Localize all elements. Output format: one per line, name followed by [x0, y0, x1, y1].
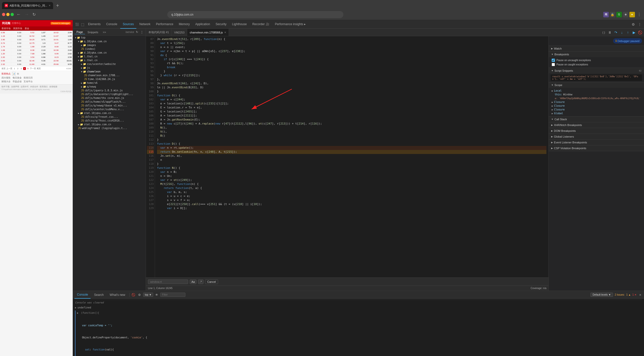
forward-button[interactable]: → — [23, 12, 30, 17]
console-tab-console[interactable]: Console — [74, 291, 91, 299]
tree-item-6[interactable]: ▼📁s.thal.cn — [73, 58, 146, 62]
tree-item-12[interactable]: ▶📁home/v6 — [73, 81, 146, 85]
footer-link-2[interactable]: 法律声明 — [11, 85, 19, 88]
csp-header[interactable]: ▶ CSP Violation Breakpoints — [549, 145, 644, 151]
devtools-tab-perf-insights[interactable]: Performance insights ▸ — [272, 20, 308, 29]
devtools-tab-console[interactable]: Console — [104, 20, 120, 29]
first-page[interactable]: 首页 — [2, 67, 6, 70]
console-filter-input[interactable] — [160, 293, 185, 297]
devtools-inspect-icon[interactable]: ⬚ — [80, 22, 85, 27]
tree-item-1[interactable]: ▼📁q.10jqka.com.cn — [73, 39, 146, 43]
devtools-tab-security[interactable]: Security — [213, 20, 229, 29]
stock-row-5[interactable]: 1.08 0.00 8.36 2.10 10.96 2.00 — [0, 49, 73, 52]
panel-tab-snippets[interactable]: Snippets — [86, 30, 100, 34]
tree-item-7[interactable]: ▶📁css/ucenter/website — [73, 62, 146, 66]
stock-row-7[interactable]: 2.20 0.00 3.50 0.96 8.23 2.56 — [0, 56, 73, 59]
tree-item-14[interactable]: JScb7js/jquery-1.8.3.min.js — [73, 89, 146, 92]
page-5[interactable]: 5 — [27, 67, 29, 70]
elb-header[interactable]: ▶ Event Listener Breakpoints — [549, 140, 644, 145]
ext-icon-1[interactable]: 同 — [603, 12, 609, 17]
pause-uncaught-checkbox[interactable] — [552, 59, 555, 62]
menu-icon[interactable]: ⋮ — [636, 12, 642, 17]
news-4[interactable]: 财报大全 — [2, 80, 11, 83]
next-page[interactable]: 下一页 — [30, 67, 36, 70]
step-out-icon[interactable]: ↑ — [625, 30, 630, 35]
new-tab-button[interactable]: + — [54, 2, 61, 9]
resume-icon[interactable]: ▶ — [631, 30, 636, 35]
tree-item-22[interactable]: JScb7css/q/?hssc.css42016... — [73, 119, 146, 123]
stock-row-2[interactable]: 2.90 0.00 18.25 3.71 10.91 1.65 — [0, 38, 73, 42]
tree-item-10[interactable]: JSchameleon.min.1708... — [73, 73, 146, 77]
panel-tab-page[interactable]: Page — [74, 30, 85, 34]
tree-item-20[interactable]: ▶📁stat.10jqka.com.cn — [73, 111, 146, 115]
pause-caught-checkbox[interactable] — [552, 63, 555, 66]
footer-link-6[interactable]: 友情链接 — [49, 85, 57, 88]
expand-arrow-2[interactable]: ▶ — [77, 311, 78, 314]
more-icon[interactable]: ⋮ — [637, 22, 642, 27]
stock-row-4[interactable]: 1.74 0.00 1.88 2.19 8.00 1.22 — [0, 45, 73, 49]
tree-item-15[interactable]: JScb7js/datacenter/rzqHighlight... — [73, 92, 146, 96]
traffic-light-green[interactable] — [11, 13, 14, 16]
tree-item-2[interactable]: ▶📁images — [73, 43, 146, 47]
tree-item-0[interactable]: ▼📁top — [73, 36, 146, 39]
console-tab-search[interactable]: Search — [92, 291, 106, 299]
console-settings-icon[interactable]: ⚙ — [137, 292, 142, 297]
browser-tab-active[interactable]: 同 A股市场_同花顺行情中心_同... × — [2, 2, 53, 9]
call-stack-header[interactable]: ▼ Call Stack — [549, 116, 644, 122]
tree-item-18[interactable]: JScb7js/q/newq/tbase_v1.min... — [73, 104, 146, 107]
ext-icon-2[interactable]: 🔒 — [610, 12, 615, 17]
devtools-tab-application[interactable]: Application — [193, 20, 213, 29]
devtools-tab-elements[interactable]: Elements — [86, 20, 103, 29]
footer-link-1[interactable]: 软件下载 — [2, 85, 10, 88]
stock-row-8[interactable]: 0.93 0.00 32.46 5.36 22.56 33.81 — [0, 59, 73, 63]
watch-header[interactable]: ▶ Watch — [549, 46, 644, 51]
tree-item-11[interactable]: JStime.1142368.24.js — [73, 77, 146, 81]
address-bar[interactable]: q.10jqka.com.cn — [167, 11, 343, 18]
page-2[interactable]: 2 — [16, 67, 19, 70]
page-4-current[interactable]: 4 — [23, 67, 26, 70]
tree-item-23[interactable]: ▶📁stat.10jqka.com.cn — [73, 123, 146, 126]
scope-closure-2[interactable]: ▶ Closure — [551, 104, 642, 108]
devtools-tab-network[interactable]: Network — [137, 20, 153, 29]
tree-item-4[interactable]: ▶📁d.10jqka.com.cn — [73, 51, 146, 55]
stock-row-6[interactable]: 1.20 0.00 7.88 1.68 9.95 2.62 — [0, 52, 73, 56]
panel-more-btn[interactable]: ⋮ — [140, 30, 144, 34]
regex-button[interactable]: .* — [198, 280, 203, 284]
scope-local[interactable]: ▶ Local — [551, 89, 642, 93]
search-input[interactable] — [148, 280, 188, 284]
panel-sync-icon[interactable]: ↻ — [135, 30, 139, 34]
scope-global[interactable]: ▶ Global — [551, 111, 642, 115]
news-6[interactable]: 互动平台 — [24, 80, 33, 83]
scope-this[interactable]: this: Window — [551, 93, 642, 96]
editor-tab-chameleon[interactable]: chameleon.min.1708568.js × — [187, 29, 229, 36]
devtools-tab-performance[interactable]: Performance — [153, 20, 176, 29]
ext-icon-5[interactable]: ★ — [629, 12, 635, 17]
tree-item-16[interactable]: JScb7js/home/ths_core.min.js — [73, 96, 146, 100]
tree-item-9[interactable]: ▼📁chameleon — [73, 70, 146, 73]
expand-arrow-1[interactable]: ▶ — [75, 306, 76, 310]
deactivate-icon[interactable]: 🚫 — [637, 30, 642, 35]
page-nav-item-2[interactable]: 美国市场 — [13, 27, 22, 30]
news-1[interactable]: 四大报告 — [2, 76, 11, 80]
console-close-icon[interactable]: × — [638, 293, 642, 297]
chart-icon[interactable]: 📊 — [12, 72, 16, 75]
tree-item-17[interactable]: JScb7js/home/v5/appFlash/h... — [73, 100, 146, 104]
tree-item-8[interactable]: ▶📁js — [73, 66, 146, 70]
console-context-select[interactable]: top ▼ — [143, 293, 153, 297]
reload-button[interactable]: ↻ — [31, 12, 37, 17]
ext-icon-4[interactable]: ⊕ — [623, 12, 628, 17]
code-lines[interactable]: Jn.eventBind(t[51], r[209], function(n) … — [155, 36, 548, 278]
xhr-header[interactable]: ▶ XHR/fetch Breakpoints — [549, 122, 644, 128]
dom-header[interactable]: ▶ DOM Breakpoints — [549, 128, 644, 134]
step-into-icon[interactable]: ↓ — [619, 30, 624, 35]
format-icon[interactable]: { } — [601, 30, 606, 35]
devtools-tab-memory[interactable]: Memory — [176, 20, 192, 29]
stock-row-1[interactable]: 1.19 0.00 32.52 1.49 11.87 1.65 — [0, 34, 73, 38]
tree-item-13[interactable]: ▶📁q/newq — [73, 85, 146, 89]
pause-icon[interactable]: ⏸ — [607, 30, 612, 35]
stock-row-3[interactable]: 0.74 0.00 12.75 1.9 9.47 8.77 — [0, 42, 73, 45]
page-1[interactable]: 1 — [13, 67, 16, 70]
footer-link-5[interactable]: 联系我们 — [40, 85, 48, 88]
devtools-dock-icon[interactable]: ⬛ — [74, 22, 79, 27]
console-whats-new[interactable]: What's new — [107, 291, 128, 299]
